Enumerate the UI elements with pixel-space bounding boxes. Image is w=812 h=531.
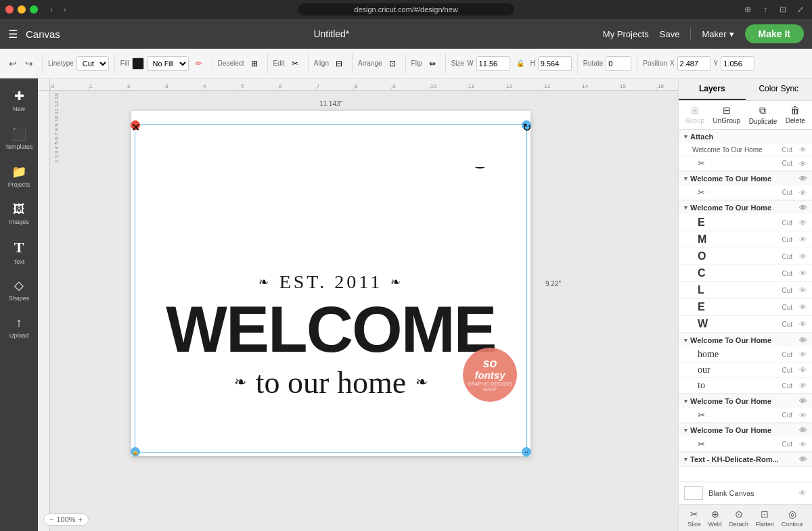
- edit-button[interactable]: ✂: [288, 56, 302, 71]
- visibility-icon[interactable]: 👁: [799, 320, 807, 328]
- layer-item-E2[interactable]: E Cut 👁: [679, 299, 812, 316]
- flip-button[interactable]: ⇔: [425, 56, 440, 71]
- layer-group-text-header[interactable]: ▾ Text - KH-Delicate-Rom... 👁: [679, 453, 812, 466]
- layer-item-L[interactable]: L Cut 👁: [679, 282, 812, 299]
- layer-item-E[interactable]: E Cut 👁: [679, 214, 812, 231]
- zoom-plus[interactable]: +: [78, 515, 83, 524]
- blank-canvas-swatch[interactable]: [684, 486, 703, 500]
- maximize-button[interactable]: [30, 5, 38, 14]
- layer-item-W[interactable]: W Cut 👁: [679, 316, 812, 333]
- sidebar-item-text[interactable]: T Text: [0, 233, 38, 271]
- layer-item-our[interactable]: our Cut 👁: [679, 363, 812, 378]
- visibility-icon[interactable]: 👁: [799, 397, 807, 405]
- slice-button[interactable]: ✂ Slice: [687, 509, 701, 528]
- close-button[interactable]: [5, 5, 14, 14]
- visibility-icon[interactable]: 👁: [799, 189, 807, 197]
- sidebar-item-images[interactable]: 🖼 Images: [0, 195, 38, 233]
- design-canvas[interactable]: ✕ ↻ 🔒 ↔ 11.143" 9.22": [131, 111, 531, 456]
- visibility-icon[interactable]: 👁: [799, 303, 807, 311]
- layer-group-5-header[interactable]: ▾ Welcome To Our Home 👁: [679, 394, 812, 408]
- size-h-input[interactable]: [538, 56, 572, 71]
- layer-item-O[interactable]: O Cut 👁: [679, 248, 812, 265]
- linetype-select[interactable]: Cut: [76, 56, 109, 71]
- doc-title[interactable]: Untitled*: [313, 28, 349, 39]
- redo-button[interactable]: ↪: [22, 56, 37, 71]
- layers-list[interactable]: ▾ Attach Welcome To Our Home Cut 👁 ✂ Cut…: [679, 130, 812, 482]
- visibility-icon[interactable]: 👁: [799, 455, 807, 463]
- fill-color-swatch[interactable]: [132, 57, 144, 70]
- sidebar-item-new[interactable]: ✚ New: [0, 81, 38, 119]
- visibility-icon[interactable]: 👁: [799, 440, 807, 448]
- my-projects-button[interactable]: My Projects: [603, 29, 649, 39]
- visibility-icon[interactable]: 👁: [799, 160, 807, 168]
- contour-button[interactable]: ◎ Contour: [782, 509, 803, 528]
- fullscreen-icon[interactable]: ⤢: [794, 3, 807, 16]
- visibility-icon[interactable]: 👁: [799, 269, 807, 277]
- minimize-button[interactable]: [18, 5, 26, 14]
- zoom-value[interactable]: 100%: [56, 515, 75, 524]
- visibility-icon[interactable]: 👁: [799, 411, 807, 419]
- delete-button[interactable]: 🗑 Delete: [786, 105, 805, 125]
- layer-group-6-header[interactable]: ▾ Welcome To Our Home 👁: [679, 423, 812, 437]
- menu-button[interactable]: ☰: [8, 28, 18, 41]
- sidebar-item-projects[interactable]: 📁 Projects: [0, 157, 38, 195]
- window-icon[interactable]: ⊡: [777, 3, 789, 16]
- visibility-icon[interactable]: 👁: [799, 336, 807, 344]
- layer-item[interactable]: ✂ Cut 👁: [679, 156, 812, 171]
- maker-button[interactable]: Maker ▾: [702, 29, 734, 39]
- position-y-input[interactable]: [721, 56, 754, 71]
- share-icon[interactable]: ⊕: [742, 3, 754, 16]
- visibility-icon[interactable]: 👁: [799, 286, 807, 294]
- visibility-icon[interactable]: 👁: [799, 350, 807, 359]
- layer-item-home[interactable]: home Cut 👁: [679, 347, 812, 363]
- rotate-input[interactable]: [606, 56, 631, 71]
- visibility-icon[interactable]: 👁: [799, 145, 807, 154]
- visibility-icon[interactable]: 👁: [799, 175, 807, 183]
- traffic-lights[interactable]: [5, 5, 38, 14]
- forward-button[interactable]: ›: [60, 4, 70, 15]
- ungroup-button[interactable]: ⊟ UnGroup: [713, 105, 741, 125]
- lock-icon[interactable]: 🔒: [513, 56, 528, 71]
- sidebar-item-upload[interactable]: ↑ Upload: [0, 308, 38, 346]
- arrange-button[interactable]: ⊡: [385, 56, 400, 71]
- group-button[interactable]: ⊞ Group: [685, 105, 704, 125]
- visibility-icon[interactable]: 👁: [799, 252, 807, 260]
- layer-item-to[interactable]: to Cut 👁: [679, 378, 812, 394]
- make-it-button[interactable]: Make It: [745, 24, 804, 43]
- canvas-workspace[interactable]: ✕ ↻ 🔒 ↔ 11.143" 9.22": [50, 91, 678, 519]
- upload-icon[interactable]: ↑: [759, 3, 771, 16]
- detach-button[interactable]: ⊙ Detach: [729, 509, 748, 528]
- visibility-icon[interactable]: 👁: [799, 366, 807, 374]
- sidebar-item-templates[interactable]: ⬛ Templates: [0, 119, 38, 157]
- layer-group-scripts-header[interactable]: ▾ Welcome To Our Home 👁: [679, 333, 812, 347]
- layer-item-M[interactable]: M Cut 👁: [679, 231, 812, 248]
- fill-select[interactable]: No Fill: [147, 56, 189, 71]
- url-bar[interactable]: design.cricut.com/#/design/new: [298, 3, 514, 16]
- save-button[interactable]: Save: [660, 29, 680, 39]
- canvas-area[interactable]: 0 1 2 3 4 5 6 7 8 9 10 11 12 13 14 15 16…: [38, 78, 678, 531]
- tab-layers[interactable]: Layers: [679, 78, 746, 100]
- size-w-input[interactable]: [476, 56, 510, 71]
- flatten-button[interactable]: ⊡ Flatten: [756, 509, 775, 528]
- visibility-icon[interactable]: 👁: [799, 382, 807, 390]
- position-x-input[interactable]: [677, 56, 711, 71]
- duplicate-button[interactable]: ⧉ Duplicate: [749, 105, 777, 125]
- layer-item[interactable]: ✂ Cut 👁: [679, 437, 812, 452]
- layer-item-C[interactable]: C Cut 👁: [679, 265, 812, 282]
- weld-button[interactable]: ⊕ Weld: [708, 509, 721, 528]
- visibility-icon[interactable]: 👁: [799, 426, 807, 434]
- back-button[interactable]: ‹: [46, 4, 57, 15]
- deselect-button[interactable]: ⊞: [247, 56, 262, 71]
- tab-color-sync[interactable]: Color Sync: [746, 78, 813, 100]
- layer-group-letters-header[interactable]: ▾ Welcome To Our Home 👁: [679, 201, 812, 214]
- blank-canvas-eye[interactable]: 👁: [798, 488, 807, 498]
- undo-button[interactable]: ↩: [5, 56, 20, 71]
- layer-item[interactable]: ✂ Cut 👁: [679, 408, 812, 423]
- align-button[interactable]: ⊟: [332, 56, 346, 71]
- layer-group-welcome-2-header[interactable]: ▾ Welcome To Our Home 👁: [679, 172, 812, 185]
- layer-group-attach-header[interactable]: ▾ Attach: [679, 130, 812, 143]
- visibility-icon[interactable]: 👁: [799, 218, 807, 227]
- sidebar-item-shapes[interactable]: ◇ Shapes: [0, 271, 38, 308]
- layer-item[interactable]: ✂ Cut 👁: [679, 185, 812, 200]
- zoom-minus[interactable]: −: [49, 515, 53, 524]
